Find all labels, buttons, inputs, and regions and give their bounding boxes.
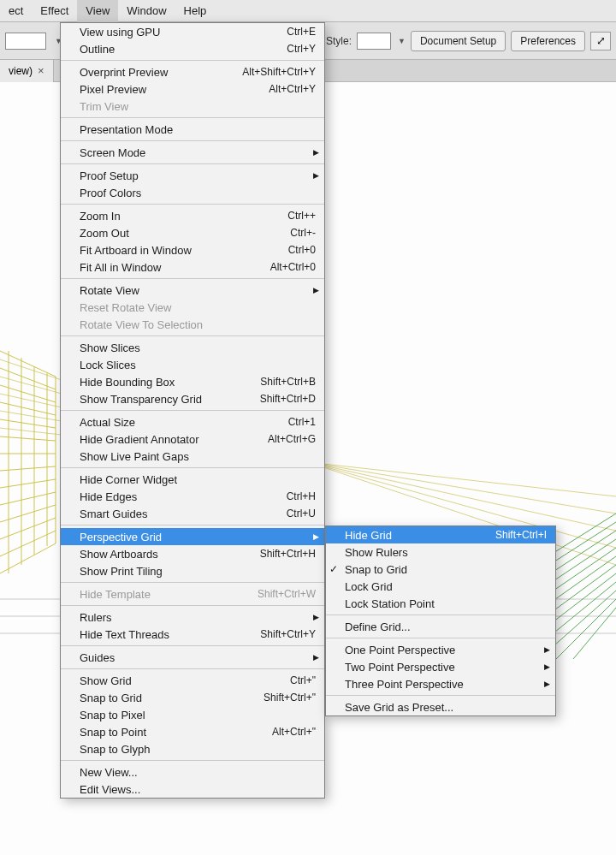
menu-item-shortcut: Shift+Ctrl+H <box>260 548 316 560</box>
menu-item-label: Hide Corner Widget <box>80 473 316 486</box>
perspective-submenu-item[interactable]: Show Rulers <box>326 543 555 561</box>
menu-item-shortcut: Shift+Ctrl+B <box>260 376 316 388</box>
view-menu-item[interactable]: Snap to Pixel <box>61 706 324 723</box>
view-menu-item[interactable]: Snap to GridShift+Ctrl+" <box>61 689 324 706</box>
menu-separator <box>61 278 324 279</box>
menu-item-label: Hide Template <box>80 588 246 601</box>
perspective-submenu-item[interactable]: One Point Perspective▶ <box>326 641 555 658</box>
menu-item-label: Rotate View <box>80 284 316 297</box>
view-menu-item[interactable]: OutlineCtrl+Y <box>61 40 324 57</box>
view-menu-item[interactable]: Overprint PreviewAlt+Shift+Ctrl+Y <box>61 63 324 80</box>
view-menu-item[interactable]: Presentation Mode <box>61 121 324 138</box>
view-menu-item[interactable]: Snap to PointAlt+Ctrl+" <box>61 723 324 740</box>
menu-item-label: View using GPU <box>80 26 275 39</box>
view-menu-item[interactable]: Zoom InCtrl++ <box>61 207 324 224</box>
menu-separator <box>61 140 324 141</box>
perspective-submenu-item[interactable]: Lock Station Point <box>326 595 555 612</box>
view-menu-item: Rotate View To Selection <box>61 316 324 333</box>
perspective-submenu-item[interactable]: Lock Grid <box>326 578 555 595</box>
view-menu-item[interactable]: Show GridCtrl+" <box>61 672 324 689</box>
chevron-right-icon: ▶ <box>544 645 550 654</box>
view-menu-item[interactable]: Hide Gradient AnnotatorAlt+Ctrl+G <box>61 430 324 448</box>
menu-item-shortcut: Alt+Shift+Ctrl+Y <box>242 66 316 78</box>
view-menu-item[interactable]: Fit All in WindowAlt+Ctrl+0 <box>61 258 324 276</box>
perspective-grid-submenu: Hide GridShift+Ctrl+IShow Rulers✓Snap to… <box>325 525 556 716</box>
menu-item-shortcut: Shift+Ctrl+Y <box>260 628 316 640</box>
view-menu-item[interactable]: Hide Corner Widget <box>61 471 324 488</box>
menu-item-label: Hide Gradient Annotator <box>80 433 256 446</box>
menu-item-shortcut: Ctrl+Y <box>287 43 316 55</box>
menu-separator <box>61 760 324 761</box>
fill-swatch[interactable] <box>5 33 46 50</box>
view-menu-item[interactable]: View using GPUCtrl+E <box>61 23 324 40</box>
menu-item-label: Fit All in Window <box>80 261 258 274</box>
view-menu-item: Hide TemplateShift+Ctrl+W <box>61 585 324 603</box>
menu-item-label: Hide Edges <box>80 490 275 503</box>
menu-separator <box>61 204 324 205</box>
view-menu-item[interactable]: Guides▶ <box>61 649 324 666</box>
view-menu-item[interactable]: Actual SizeCtrl+1 <box>61 413 324 430</box>
view-menu-item[interactable]: Proof Setup▶ <box>61 167 324 184</box>
menu-item-label: Fit Artboard in Window <box>80 244 276 257</box>
view-menu-item[interactable]: New View... <box>61 763 324 781</box>
chevron-down-icon[interactable]: ▼ <box>398 37 406 45</box>
menu-bar-item-ect[interactable]: ect <box>0 0 32 22</box>
view-menu-item[interactable]: Show Live Paint Gaps <box>61 448 324 465</box>
menu-item-label: Proof Colors <box>80 187 316 199</box>
view-menu-item[interactable]: Show Slices <box>61 339 324 356</box>
perspective-submenu-item[interactable]: Define Grid... <box>326 618 555 635</box>
menu-item-label: Lock Slices <box>80 359 316 371</box>
menu-bar-item-help[interactable]: Help <box>175 0 216 22</box>
style-label: Style: <box>326 35 352 47</box>
view-menu-item[interactable]: Proof Colors <box>61 184 324 201</box>
view-menu-item[interactable]: Snap to Glyph <box>61 740 324 757</box>
view-menu-item[interactable]: Show ArtboardsShift+Ctrl+H <box>61 545 324 562</box>
menu-item-label: Outline <box>80 43 275 56</box>
view-menu-item[interactable]: Rulers▶ <box>61 609 324 626</box>
view-menu-item[interactable]: Perspective Grid▶ <box>61 528 324 545</box>
document-setup-button[interactable]: Document Setup <box>411 31 506 51</box>
menu-item-label: Perspective Grid <box>80 531 316 543</box>
chevron-right-icon: ▶ <box>313 148 319 157</box>
chevron-right-icon: ▶ <box>313 171 319 180</box>
menu-item-label: Presentation Mode <box>80 123 316 136</box>
view-menu-item[interactable]: Pixel PreviewAlt+Ctrl+Y <box>61 80 324 98</box>
view-menu-item[interactable]: Screen Mode▶ <box>61 144 324 161</box>
close-icon[interactable]: × <box>38 60 44 82</box>
menu-item-shortcut: Ctrl+H <box>287 490 316 502</box>
menu-item-label: Hide Text Threads <box>80 628 248 641</box>
menu-item-shortcut: Ctrl+1 <box>288 416 316 428</box>
view-menu-item[interactable]: Lock Slices <box>61 356 324 373</box>
document-tab[interactable]: view) × <box>0 60 54 82</box>
view-menu-item[interactable]: Edit Views... <box>61 781 324 798</box>
menu-item-label: Pixel Preview <box>80 83 257 96</box>
menu-separator <box>61 525 324 525</box>
menu-item-shortcut: Alt+Ctrl+" <box>272 726 316 738</box>
view-menu-item[interactable]: Show Transparency GridShift+Ctrl+D <box>61 390 324 407</box>
menu-bar-item-view[interactable]: View <box>77 0 118 22</box>
view-menu-item[interactable]: Zoom OutCtrl+- <box>61 224 324 241</box>
perspective-submenu-item[interactable]: ✓Snap to Grid <box>326 561 555 578</box>
isolate-icon[interactable]: ⤢ <box>590 32 611 50</box>
view-menu-item[interactable]: Fit Artboard in WindowCtrl+0 <box>61 241 324 258</box>
menu-item-label: Three Point Perspective <box>345 678 547 691</box>
menu-bar-item-effect[interactable]: Effect <box>32 0 77 22</box>
preferences-button[interactable]: Preferences <box>511 31 585 51</box>
menu-item-label: Trim View <box>80 100 316 113</box>
view-menu-item[interactable]: Rotate View▶ <box>61 282 324 299</box>
chevron-right-icon: ▶ <box>544 680 550 688</box>
view-menu-item[interactable]: Show Print Tiling <box>61 562 324 579</box>
view-menu-item[interactable]: Hide EdgesCtrl+H <box>61 488 324 505</box>
menu-item-label: Rotate View To Selection <box>80 318 316 331</box>
perspective-submenu-item[interactable]: Two Point Perspective▶ <box>326 658 555 675</box>
menu-separator <box>61 605 324 606</box>
perspective-submenu-item[interactable]: Hide GridShift+Ctrl+I <box>326 526 555 543</box>
perspective-submenu-item[interactable]: Three Point Perspective▶ <box>326 675 555 692</box>
style-select[interactable] <box>357 33 391 50</box>
view-menu-item[interactable]: Hide Text ThreadsShift+Ctrl+Y <box>61 626 324 643</box>
menu-bar-item-window[interactable]: Window <box>118 0 175 22</box>
menu-separator <box>61 117 324 118</box>
view-menu-item[interactable]: Hide Bounding BoxShift+Ctrl+B <box>61 373 324 390</box>
view-menu-item[interactable]: Smart GuidesCtrl+U <box>61 505 324 522</box>
perspective-submenu-item[interactable]: Save Grid as Preset... <box>326 698 555 715</box>
